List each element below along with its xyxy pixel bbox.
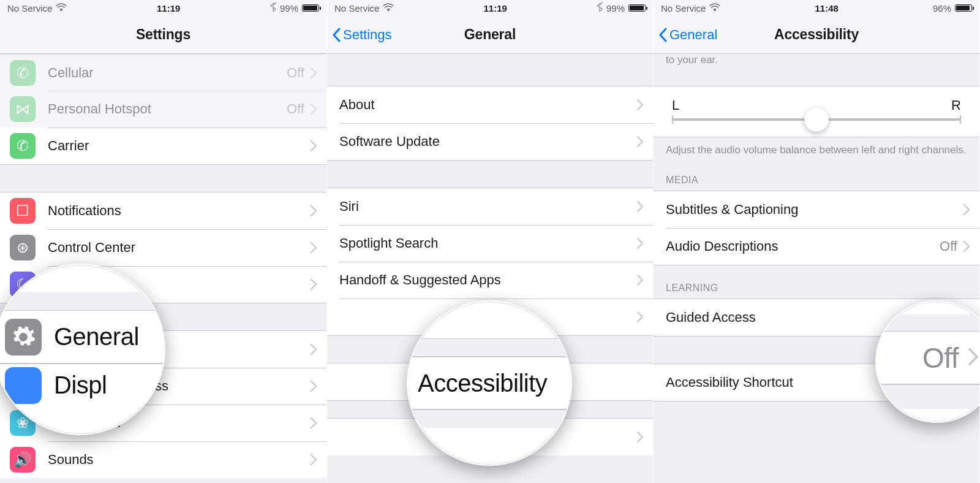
status-time: 11:48 <box>815 3 838 13</box>
chevron-right-icon <box>311 381 317 392</box>
row-software-update[interactable]: Software Update <box>327 123 653 160</box>
chevron-right-icon <box>637 136 643 147</box>
slider-right-label: R <box>951 97 961 113</box>
gear-icon <box>5 319 42 356</box>
row-siri[interactable]: Siri <box>327 188 653 225</box>
status-bar: No Service 11:19 99% <box>0 0 326 16</box>
nav-bar: Settings <box>0 16 326 54</box>
display-icon <box>5 367 42 404</box>
chevron-right-icon <box>311 242 317 253</box>
panel-settings: No Service 11:19 99% Settings ✆ Cellular… <box>0 0 326 483</box>
chevron-right-icon <box>637 238 643 249</box>
page-title: Accessibility <box>774 26 859 43</box>
back-button[interactable]: General <box>658 16 717 54</box>
chevron-right-icon <box>311 104 317 115</box>
chevron-right-icon <box>637 311 643 322</box>
status-battery-pct: 99% <box>606 3 625 13</box>
status-carrier: No Service <box>334 3 379 13</box>
chevron-right-icon <box>637 432 643 443</box>
row-spotlight[interactable]: Spotlight Search <box>327 225 653 262</box>
page-title: Settings <box>136 26 190 43</box>
slider-left-label: L <box>672 97 679 113</box>
control-center-icon: ⊛ <box>10 235 36 261</box>
magnifier-general: General Displ <box>0 264 165 435</box>
row-carrier[interactable]: ✆ Carrier <box>0 127 326 164</box>
battery-icon <box>955 4 972 12</box>
status-battery-pct: 99% <box>280 3 298 13</box>
slider-tick-right <box>960 115 961 124</box>
panel-general: No Service 11:19 99% Settings General Ab… <box>326 0 653 483</box>
chevron-right-icon <box>637 275 643 286</box>
status-battery-pct: 96% <box>933 3 951 13</box>
chevron-right-icon <box>963 204 970 215</box>
chevron-right-icon <box>637 99 643 110</box>
audio-balance-slider[interactable]: L R <box>654 86 979 137</box>
chevron-right-icon <box>311 205 317 216</box>
chevron-right-icon <box>311 279 317 290</box>
row-notifications[interactable]: ☐ Notifications <box>0 192 326 229</box>
slider-track[interactable] <box>672 118 961 121</box>
row-hotspot[interactable]: ⋈ Personal Hotspot Off <box>0 91 326 127</box>
status-bar: No Service 11:48 96% <box>654 0 979 16</box>
bluetooth-icon <box>597 2 603 14</box>
wifi-icon <box>709 3 720 13</box>
page-title: General <box>464 26 516 43</box>
panel-accessibility: No Service 11:48 96% General Accessibili… <box>653 0 979 483</box>
row-subtitles[interactable]: Subtitles & Captioning <box>654 191 979 228</box>
battery-icon <box>628 4 646 12</box>
section-header-learning: LEARNING <box>654 265 979 299</box>
nav-bar: General Accessibility <box>654 16 979 54</box>
sounds-icon: 🔊 <box>10 447 36 473</box>
slider-thumb[interactable] <box>804 107 829 132</box>
status-carrier: No Service <box>661 3 706 13</box>
chevron-right-icon <box>963 241 970 252</box>
row-sounds[interactable]: 🔊 Sounds <box>0 441 326 478</box>
row-control-center[interactable]: ⊛ Control Center <box>0 229 326 266</box>
notifications-icon: ☐ <box>10 198 36 224</box>
footer-fragment: to your ear. <box>654 54 979 69</box>
carrier-icon: ✆ <box>10 133 36 159</box>
slider-tick-left <box>672 115 673 124</box>
row-handoff[interactable]: Handoff & Suggested Apps <box>327 262 653 299</box>
status-carrier: No Service <box>7 3 52 13</box>
chevron-right-icon <box>311 417 317 428</box>
chevron-right-icon <box>311 454 317 465</box>
magnifier-accessibility: Accessibility <box>407 300 572 466</box>
row-cellular[interactable]: ✆ Cellular Off <box>0 54 326 91</box>
slider-footer: Adjust the audio volume balance between … <box>654 137 979 169</box>
wifi-icon <box>56 3 67 13</box>
nav-bar: Settings General <box>327 16 653 54</box>
section-header-media: MEDIA <box>654 169 979 191</box>
row-audio-descriptions[interactable]: Audio Descriptions Off <box>654 228 979 265</box>
status-time: 11:19 <box>483 3 507 13</box>
wifi-icon <box>383 3 394 13</box>
row-about[interactable]: About <box>327 86 653 123</box>
chevron-right-icon <box>311 67 317 78</box>
chevron-right-icon <box>311 140 317 151</box>
hotspot-icon: ⋈ <box>10 96 36 122</box>
back-button[interactable]: Settings <box>332 16 392 54</box>
chevron-right-icon <box>637 201 643 212</box>
status-time: 11:19 <box>157 3 180 13</box>
battery-icon <box>302 4 319 12</box>
chevron-right-icon <box>311 344 317 355</box>
cellular-icon: ✆ <box>10 60 36 86</box>
status-bar: No Service 11:19 99% <box>327 0 653 16</box>
bluetooth-icon <box>270 2 276 14</box>
